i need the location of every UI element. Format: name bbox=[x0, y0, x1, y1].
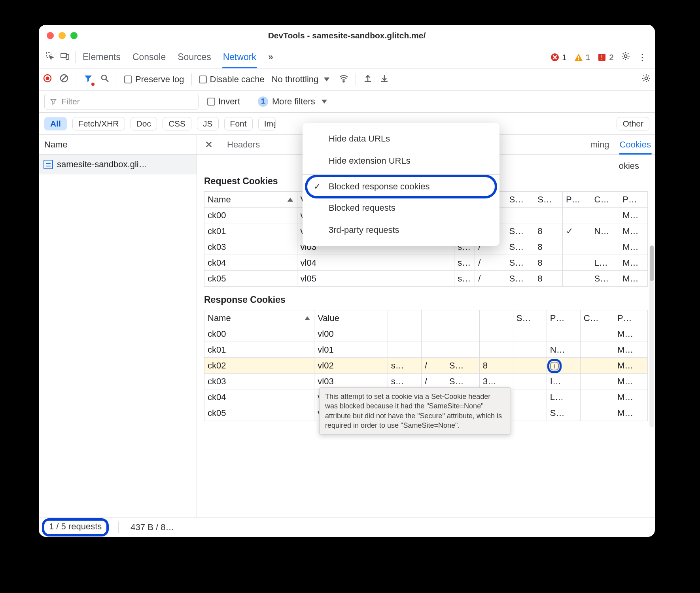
settings-gear-icon[interactable] bbox=[621, 51, 630, 63]
table-row[interactable]: ck00vl00M… bbox=[204, 326, 648, 342]
network-conditions-icon[interactable] bbox=[339, 74, 348, 85]
table-cell: / bbox=[475, 271, 506, 287]
menu-item-label: 3rd-party requests bbox=[329, 225, 399, 235]
more-filters-popup: Hide data URLs Hide extension URLs ✓ Blo… bbox=[303, 123, 499, 246]
errors-count[interactable]: 1 bbox=[550, 53, 567, 62]
tab-network[interactable]: Network bbox=[223, 46, 256, 68]
col-value[interactable]: Value bbox=[314, 310, 388, 326]
tab-sources[interactable]: Sources bbox=[178, 46, 211, 68]
pill-fetch-xhr[interactable]: Fetch/XHR bbox=[72, 117, 125, 130]
col-p2[interactable]: P… bbox=[619, 192, 648, 208]
throttling-select[interactable]: No throttling bbox=[272, 74, 330, 85]
filter-icon[interactable] bbox=[83, 74, 93, 85]
col-name[interactable]: Name bbox=[204, 310, 314, 326]
table-row[interactable]: ck01vl01N…M… bbox=[204, 342, 648, 358]
vertical-scrollbar[interactable] bbox=[649, 246, 654, 427]
separator bbox=[118, 521, 119, 533]
checkbox-icon bbox=[199, 76, 207, 83]
filter-input[interactable]: Filter bbox=[44, 94, 199, 110]
kebab-menu-icon[interactable]: ⋮ bbox=[638, 52, 647, 63]
tab-cookies[interactable]: Cookies bbox=[620, 135, 651, 154]
record-toggle-icon[interactable] bbox=[43, 74, 52, 85]
table-cell: M… bbox=[614, 374, 647, 389]
col-x3[interactable] bbox=[446, 310, 479, 326]
filter-blocked-response-cookies[interactable]: ✓ Blocked response cookies bbox=[307, 177, 495, 196]
table-cell: M… bbox=[614, 405, 647, 421]
pill-font[interactable]: Font bbox=[224, 117, 253, 130]
window-title: DevTools - samesite-sandbox.glitch.me/ bbox=[39, 31, 655, 40]
invert-checkbox[interactable]: Invert bbox=[207, 96, 240, 107]
table-cell: 3… bbox=[479, 374, 513, 389]
request-row[interactable]: samesite-sandbox.gli… bbox=[39, 155, 197, 174]
pill-css[interactable]: CSS bbox=[163, 117, 191, 130]
table-cell bbox=[421, 326, 446, 342]
filter-hide-extension-urls[interactable]: Hide extension URLs bbox=[303, 150, 499, 172]
filter-hide-data-urls[interactable]: Hide data URLs bbox=[303, 128, 499, 150]
requests-list-header[interactable]: Name bbox=[39, 135, 197, 155]
table-cell: 8 bbox=[479, 358, 513, 374]
col-p2[interactable]: P… bbox=[614, 310, 647, 326]
pill-other[interactable]: Other bbox=[617, 117, 649, 130]
upload-har-icon[interactable] bbox=[363, 74, 373, 85]
tab-label: Console bbox=[132, 52, 166, 62]
svg-point-9 bbox=[624, 55, 627, 58]
col-c[interactable]: C… bbox=[591, 192, 619, 208]
minimize-window-icon[interactable] bbox=[59, 32, 66, 39]
check-icon: ✓ bbox=[312, 181, 322, 192]
tab-elements[interactable]: Elements bbox=[83, 46, 121, 68]
warnings-count[interactable]: 1 bbox=[574, 53, 590, 62]
pill-all[interactable]: All bbox=[44, 117, 67, 130]
tab-console[interactable]: Console bbox=[132, 46, 166, 68]
table-cell bbox=[562, 239, 591, 255]
table-row[interactable]: ck03vl03s…/S…3…I…M… bbox=[204, 374, 648, 389]
pill-doc[interactable]: Doc bbox=[131, 117, 157, 130]
table-cell: / bbox=[475, 255, 506, 271]
more-filters-dropdown[interactable]: 1 More filters bbox=[258, 96, 327, 107]
table-cell: ck05 bbox=[204, 271, 297, 287]
main-tabs: Elements Console Sources Network » 1 1 bbox=[39, 46, 655, 68]
table-cell: S… bbox=[446, 358, 479, 374]
search-icon[interactable] bbox=[100, 74, 110, 85]
table-row[interactable]: ck02vl02s…/S…8iM… bbox=[204, 358, 648, 374]
scrollbar-thumb[interactable] bbox=[650, 246, 654, 281]
network-settings-gear-icon[interactable] bbox=[641, 74, 651, 85]
filter-blocked-requests[interactable]: Blocked requests bbox=[303, 197, 499, 219]
col-p1[interactable]: P… bbox=[547, 310, 580, 326]
clear-icon[interactable] bbox=[59, 74, 69, 85]
col-x1[interactable] bbox=[388, 310, 421, 326]
svg-point-11 bbox=[46, 77, 49, 80]
close-detail-icon[interactable]: ✕ bbox=[201, 139, 217, 150]
table-row[interactable]: ck04vl04s…/S…8L…M… bbox=[204, 255, 648, 271]
info-icon[interactable]: i bbox=[550, 362, 559, 370]
zoom-window-icon[interactable] bbox=[70, 32, 78, 39]
col-s2[interactable]: S… bbox=[534, 192, 563, 208]
col-s1[interactable]: S… bbox=[513, 310, 547, 326]
disable-cache-checkbox[interactable]: Disable cache bbox=[199, 74, 265, 85]
table-cell bbox=[479, 342, 513, 358]
issues-number: 2 bbox=[609, 53, 614, 62]
tabs-overflow-button[interactable]: » bbox=[268, 46, 273, 68]
issues-count[interactable]: 2 bbox=[597, 53, 614, 62]
filter-3rd-party-requests[interactable]: 3rd-party requests bbox=[303, 219, 499, 241]
device-toolbar-icon[interactable] bbox=[60, 51, 70, 63]
separator bbox=[249, 96, 249, 108]
col-p1[interactable]: P… bbox=[562, 192, 591, 208]
pill-img[interactable]: Img bbox=[258, 117, 276, 130]
tab-headers[interactable]: Headers bbox=[227, 135, 260, 154]
col-s1[interactable]: S… bbox=[506, 192, 534, 208]
col-x4[interactable] bbox=[479, 310, 513, 326]
tab-timing-cut[interactable]: ming bbox=[590, 135, 609, 154]
preserve-log-checkbox[interactable]: Preserve log bbox=[124, 74, 184, 85]
close-window-icon[interactable] bbox=[47, 32, 54, 39]
col-name[interactable]: Name bbox=[204, 192, 297, 208]
pill-js[interactable]: JS bbox=[197, 117, 219, 130]
col-c[interactable]: C… bbox=[580, 310, 614, 326]
svg-rect-1 bbox=[61, 53, 66, 58]
table-cell: S… bbox=[506, 271, 534, 287]
download-har-icon[interactable] bbox=[380, 74, 389, 85]
separator bbox=[117, 74, 117, 85]
table-cell: ck01 bbox=[204, 342, 314, 358]
col-x2[interactable] bbox=[421, 310, 446, 326]
table-row[interactable]: ck05vl05s…/S…8S…M… bbox=[204, 271, 648, 287]
inspect-icon[interactable] bbox=[45, 51, 55, 63]
